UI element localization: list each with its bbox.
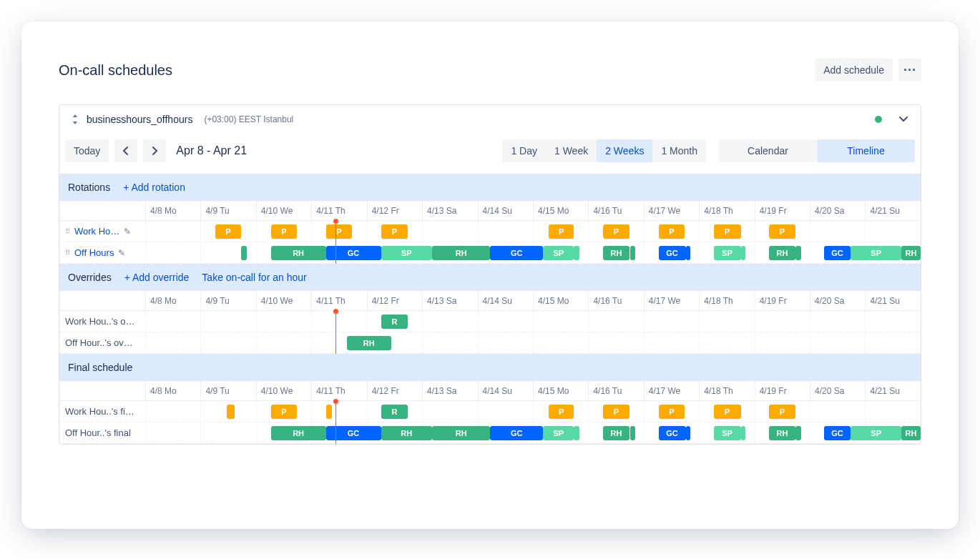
schedule-bar[interactable] <box>630 426 636 440</box>
final-grid: 4/8 Mo4/9 Tu4/10 We4/11 Th4/12 Fr4/13 Sa… <box>59 381 921 444</box>
schedule-bar[interactable] <box>795 246 801 260</box>
final-section-header: Final schedule <box>59 354 921 381</box>
rotation-name-link[interactable]: Off Hours <box>74 247 114 258</box>
date-range-label: Apr 8 - Apr 21 <box>176 144 247 157</box>
day-header: 4/10 We <box>256 291 311 310</box>
schedule-name: businesshours_offhours <box>87 114 192 125</box>
day-header: 4/8 Mo <box>145 381 200 400</box>
schedule-bar[interactable]: R <box>381 405 408 419</box>
day-header: 4/21 Su <box>865 201 920 220</box>
prev-range-button[interactable] <box>114 139 137 162</box>
schedule-bar[interactable]: GC <box>824 426 851 440</box>
schedule-bar[interactable]: P <box>769 405 796 419</box>
rotations-grid: 4/8 Mo4/9 Tu4/10 We4/11 Th4/12 Fr4/13 Sa… <box>59 201 921 264</box>
schedule-bar[interactable] <box>795 426 801 440</box>
schedule-bar[interactable]: P <box>271 224 298 239</box>
schedule-bar[interactable] <box>686 246 691 260</box>
view-calendar-button[interactable]: Calendar <box>719 139 817 162</box>
drag-handle-icon[interactable]: ⠿ <box>65 249 70 257</box>
schedule-bar[interactable]: RH <box>271 426 326 440</box>
schedule-bar[interactable]: RH <box>432 246 490 260</box>
rotation-name-link[interactable]: Work Ho… <box>74 226 119 237</box>
drag-handle-icon[interactable]: ⠿ <box>65 227 70 235</box>
schedule-bar[interactable]: SP <box>714 246 741 260</box>
schedule-bar[interactable]: GC <box>490 426 543 440</box>
view-timeline-button[interactable]: Timeline <box>817 139 915 162</box>
schedule-bar[interactable]: GC <box>326 426 381 440</box>
chevron-down-icon[interactable] <box>899 117 909 122</box>
schedule-panel: businesshours_offhours (+03:00) EEST Ist… <box>59 104 921 445</box>
schedule-bar[interactable]: P <box>381 224 408 239</box>
schedule-bar[interactable]: RH <box>901 426 921 440</box>
schedule-bar[interactable]: P <box>714 405 741 419</box>
edit-icon[interactable]: ✎ <box>124 227 131 237</box>
schedule-bar[interactable]: RH <box>769 426 796 440</box>
schedule-bar[interactable]: RH <box>901 246 921 260</box>
schedule-bar[interactable]: P <box>659 224 685 239</box>
day-header: 4/12 Fr <box>367 381 422 400</box>
schedule-bar[interactable]: P <box>603 405 630 419</box>
schedule-bar[interactable]: RH <box>603 246 630 260</box>
day-header: 4/20 Sa <box>810 381 865 400</box>
schedule-bar[interactable]: RH <box>271 246 326 260</box>
zoom-option-1month[interactable]: 1 Month <box>652 139 706 162</box>
add-schedule-button[interactable]: Add schedule <box>815 59 893 81</box>
schedule-bar[interactable]: SP <box>851 246 901 260</box>
schedule-bar[interactable]: RH <box>381 426 433 440</box>
take-oncall-link[interactable]: Take on-call for an hour <box>202 272 306 283</box>
day-header: 4/10 We <box>256 201 311 220</box>
schedule-bar[interactable] <box>227 405 235 419</box>
schedule-bar[interactable]: SP <box>714 426 741 440</box>
next-range-button[interactable] <box>143 139 166 162</box>
schedule-bar[interactable]: P <box>271 405 298 419</box>
more-actions-button[interactable]: ··· <box>898 59 921 81</box>
schedule-bar[interactable]: P <box>215 224 242 239</box>
schedule-bar[interactable]: P <box>549 405 574 419</box>
schedule-bar[interactable]: P <box>714 224 741 239</box>
schedule-bar[interactable]: GC <box>659 246 686 260</box>
day-header: 4/12 Fr <box>367 291 422 310</box>
schedule-bar[interactable]: R <box>381 315 408 329</box>
schedule-bar[interactable]: P <box>603 224 630 239</box>
schedule-bar[interactable]: P <box>659 405 685 419</box>
schedule-bar[interactable]: RH <box>769 246 796 260</box>
schedule-bar[interactable] <box>630 246 636 260</box>
edit-icon[interactable]: ✎ <box>118 248 125 258</box>
schedule-bar[interactable]: P <box>549 224 574 239</box>
schedule-bar[interactable] <box>741 426 746 440</box>
day-header: 4/13 Sa <box>422 201 477 220</box>
schedule-bar[interactable]: GC <box>326 246 381 260</box>
rotations-title: Rotations <box>68 182 110 193</box>
day-header: 4/21 Su <box>865 381 920 400</box>
schedule-bar[interactable]: P <box>769 224 796 239</box>
schedule-bar[interactable]: RH <box>603 426 630 440</box>
schedule-bar[interactable]: RH <box>347 336 391 350</box>
schedule-bar[interactable] <box>241 246 247 260</box>
schedule-bar[interactable] <box>574 426 579 440</box>
schedule-bar[interactable] <box>686 426 691 440</box>
zoom-option-2weeks[interactable]: 2 Weeks <box>597 139 652 162</box>
schedule-bar[interactable]: GC <box>659 426 686 440</box>
schedule-bar[interactable]: GC <box>824 246 851 260</box>
schedule-bar[interactable]: SP <box>543 426 574 440</box>
schedule-bar[interactable]: SP <box>851 426 901 440</box>
add-override-link[interactable]: + Add override <box>124 272 190 283</box>
add-rotation-link[interactable]: + Add rotation <box>123 182 185 193</box>
day-header: 4/9 Tu <box>200 201 255 220</box>
zoom-option-1week[interactable]: 1 Week <box>546 139 597 162</box>
schedule-bar[interactable]: SP <box>381 246 433 260</box>
schedule-bar[interactable]: SP <box>543 246 574 260</box>
schedule-bar[interactable]: GC <box>490 246 543 260</box>
schedule-bar[interactable] <box>326 405 333 419</box>
today-button[interactable]: Today <box>65 139 109 162</box>
day-header: 4/14 Su <box>478 201 533 220</box>
chevron-right-icon <box>152 147 157 155</box>
zoom-option-1day[interactable]: 1 Day <box>502 139 546 162</box>
schedule-bar[interactable] <box>741 246 746 260</box>
rotations-section-header: Rotations + Add rotation <box>59 174 921 201</box>
expand-vertical-icon[interactable] <box>71 115 79 124</box>
schedule-bar[interactable]: RH <box>432 426 490 440</box>
schedule-bar[interactable]: P <box>326 224 353 239</box>
schedule-bar[interactable] <box>574 246 579 260</box>
day-header: 4/16 Tu <box>588 291 643 310</box>
